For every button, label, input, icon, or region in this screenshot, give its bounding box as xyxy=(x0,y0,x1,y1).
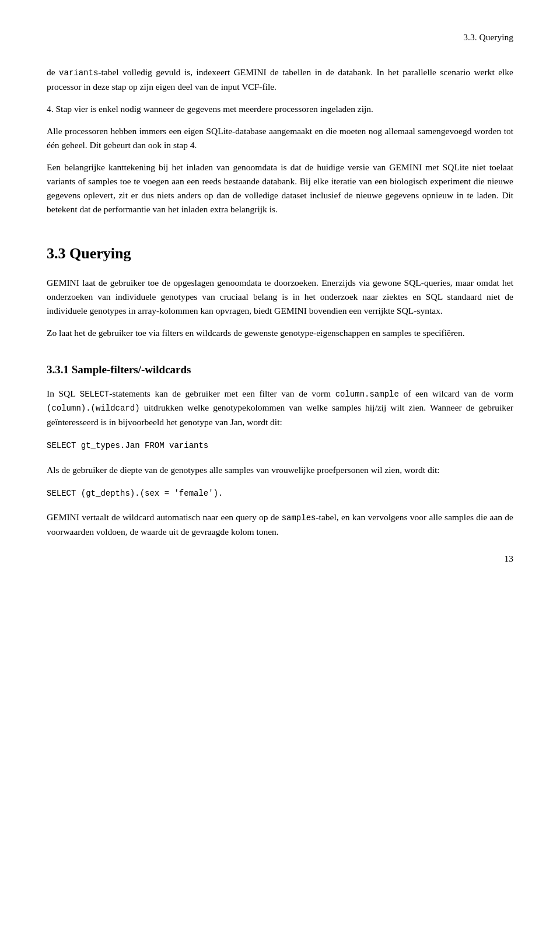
paragraph-7-mid2: of een wilcard van de vorm xyxy=(399,388,513,398)
inline-code-wildcard: (column).(wildcard) xyxy=(47,404,140,413)
inline-code-variants: variants xyxy=(59,68,98,78)
paragraph-3-text: Alle processoren hebben immers een eigen… xyxy=(47,126,513,150)
section-33-number: 3.3 xyxy=(47,245,66,262)
paragraph-6: Zo laat het de gebruiker toe via filters… xyxy=(47,326,513,340)
item-number-4: 4. xyxy=(47,104,54,114)
paragraph-7: In SQL SELECT-statements kan de gebruike… xyxy=(47,387,513,429)
paragraph-9: GEMINI vertaalt de wildcard automatisch … xyxy=(47,510,513,539)
inline-code-column-sample: column.sample xyxy=(335,390,399,399)
paragraph-1: de variants-tabel volledig gevuld is, in… xyxy=(47,65,513,94)
section-331-number: 3.3.1 xyxy=(47,363,69,376)
paragraph-5: GEMINI laat de gebruiker toe de opgeslag… xyxy=(47,276,513,318)
code-block-1: SELECT gt_types.Jan FROM variants xyxy=(47,440,513,453)
paragraph-8: Als de gebruiker de diepte van de genoty… xyxy=(47,463,513,477)
paragraph-2-text: Stap vier is enkel nodig wanneer de gege… xyxy=(56,104,373,114)
paragraph-5-text: GEMINI laat de gebruiker toe de opgeslag… xyxy=(47,278,513,316)
paragraph-6-text: Zo laat het de gebruiker toe via filters… xyxy=(47,328,465,338)
paragraph-4-text: Een belangrijke kanttekening bij het inl… xyxy=(47,162,513,214)
code-1-text: SELECT gt_types.Jan FROM variants xyxy=(47,441,208,450)
header-title: 3.3. Querying xyxy=(463,32,513,42)
page-number: 13 xyxy=(505,552,514,566)
section-331-heading: 3.3.1 Sample-filters/-wildcards xyxy=(47,361,513,378)
paragraph-3: Alle processoren hebben immers een eigen… xyxy=(47,124,513,152)
page-header: 3.3. Querying xyxy=(47,30,513,44)
paragraph-7-pre1: In SQL xyxy=(47,388,80,398)
section-33-heading: 3.3 Querying xyxy=(47,242,513,265)
paragraph-4: Een belangrijke kanttekening bij het inl… xyxy=(47,160,513,216)
paragraph-8-text: Als de gebruiker de diepte van de genoty… xyxy=(47,465,440,475)
page-container: 3.3. Querying de variants-tabel volledig… xyxy=(0,0,560,582)
inline-code-select: SELECT xyxy=(80,390,109,399)
paragraph-2: 4. Stap vier is enkel nodig wanneer de g… xyxy=(47,102,513,116)
section-331-title: Sample-filters/-wildcards xyxy=(72,363,191,376)
paragraph-9-pre: GEMINI vertaalt de wildcard automatisch … xyxy=(47,512,282,522)
code-2-text: SELECT (gt_depths).(sex = 'female'). xyxy=(47,489,223,498)
section-33-title: Querying xyxy=(69,245,131,262)
code-block-2: SELECT (gt_depths).(sex = 'female'). xyxy=(47,488,513,500)
inline-code-samples: samples xyxy=(282,513,316,523)
paragraph-7-mid1: -statements kan de gebruiker met een fil… xyxy=(109,388,335,398)
